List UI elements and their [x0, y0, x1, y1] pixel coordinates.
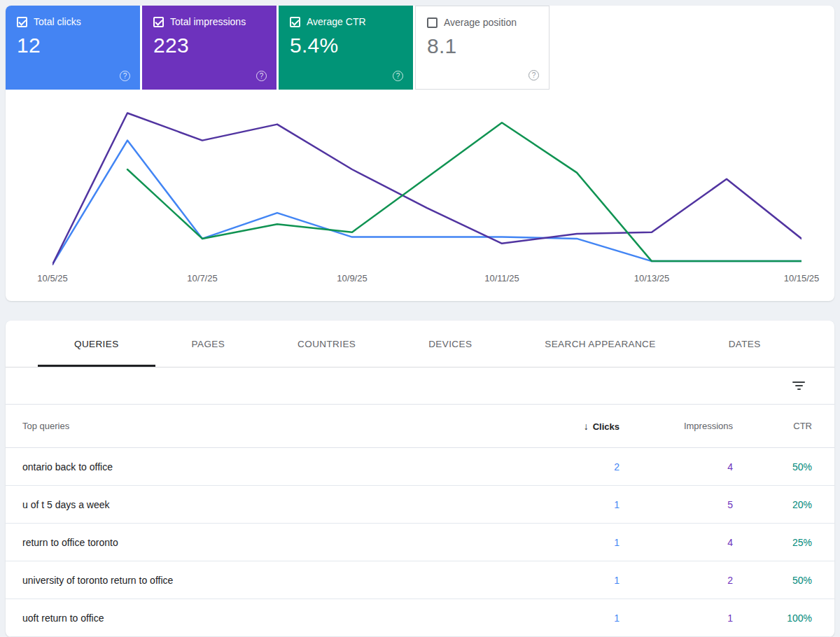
- checkbox-checked-icon: [17, 17, 27, 27]
- metric-label: Average position: [444, 17, 517, 28]
- query-cell: uoft return to office: [22, 612, 507, 624]
- performance-chart: 10/5/25 10/7/25 10/9/25 10/11/25 10/13/2…: [52, 105, 802, 287]
- clicks-cell: 1: [507, 499, 620, 510]
- query-cell: return to office toronto: [22, 537, 507, 548]
- chart-canvas: [52, 105, 802, 266]
- ctr-cell: 50%: [733, 575, 812, 586]
- clicks-cell: 1: [507, 612, 620, 624]
- ctr-cell: 50%: [733, 461, 812, 472]
- metric-label: Total impressions: [170, 16, 246, 27]
- details-panel: QUERIES PAGES COUNTRIES DEVICES SEARCH A…: [6, 321, 834, 637]
- tab-pages[interactable]: PAGES: [155, 321, 262, 367]
- metric-value: 223: [153, 34, 265, 57]
- metric-card-average-ctr[interactable]: Average CTR 5.4% ?: [279, 6, 413, 90]
- clicks-cell: 1: [507, 575, 620, 586]
- help-icon[interactable]: ?: [120, 71, 130, 81]
- filter-list-icon[interactable]: [790, 379, 808, 393]
- table-row[interactable]: university of toronto return to office 1…: [6, 561, 834, 599]
- sort-descending-icon: ↓: [584, 421, 589, 432]
- tab-devices[interactable]: DEVICES: [392, 321, 508, 367]
- impressions-cell: 5: [620, 499, 733, 510]
- metric-card-total-clicks[interactable]: Total clicks 12 ?: [6, 6, 140, 90]
- impressions-cell: 2: [620, 575, 733, 586]
- x-axis-label: 10/13/25: [634, 273, 670, 284]
- table-row[interactable]: return to office toronto 1 4 25%: [6, 524, 834, 561]
- table-row[interactable]: ontario back to office 2 4 50%: [6, 448, 834, 486]
- clicks-cell: 1: [507, 537, 620, 548]
- impressions-cell: 4: [620, 461, 733, 472]
- ctr-cell: 25%: [733, 537, 812, 548]
- table-row[interactable]: uoft return to office 1 1 100%: [6, 599, 834, 637]
- performance-panel: Total clicks 12 ? Total impressions 223 …: [6, 6, 834, 301]
- impressions-cell: 4: [620, 537, 733, 548]
- table-row[interactable]: u of t 5 days a week 1 5 20%: [6, 486, 834, 524]
- tab-countries[interactable]: COUNTRIES: [261, 321, 392, 367]
- metric-value: 12: [17, 34, 129, 57]
- metric-value: 5.4%: [290, 34, 402, 57]
- column-header-top-queries: Top queries: [22, 421, 507, 431]
- ctr-cell: 20%: [733, 499, 812, 510]
- help-icon[interactable]: ?: [256, 71, 267, 81]
- column-header-impressions[interactable]: Impressions: [620, 421, 733, 431]
- ctr-cell: 100%: [733, 612, 812, 624]
- table-header-row: Top queries ↓Clicks Impressions CTR: [6, 405, 834, 448]
- tab-search-appearance[interactable]: SEARCH APPEARANCE: [508, 321, 692, 367]
- table-toolbar: [6, 368, 834, 405]
- x-axis-label: 10/5/25: [37, 273, 67, 284]
- metric-label: Total clicks: [34, 16, 81, 27]
- column-header-ctr[interactable]: CTR: [733, 421, 812, 431]
- help-icon[interactable]: ?: [528, 70, 539, 80]
- metric-label: Average CTR: [307, 16, 366, 27]
- query-cell: u of t 5 days a week: [22, 499, 507, 510]
- checkbox-unchecked-icon: [427, 18, 438, 28]
- impressions-cell: 1: [620, 612, 733, 624]
- chart-line-average-ctr: [127, 122, 802, 261]
- chart-line-total-clicks: [52, 141, 802, 265]
- checkbox-checked-icon: [290, 17, 300, 27]
- checkbox-checked-icon: [153, 17, 164, 27]
- metric-value: 8.1: [427, 34, 538, 58]
- help-icon[interactable]: ?: [393, 71, 403, 81]
- x-axis-label: 10/7/25: [187, 273, 217, 284]
- chart-x-axis: 10/5/25 10/7/25 10/9/25 10/11/25 10/13/2…: [52, 273, 802, 287]
- query-cell: ontario back to office: [22, 461, 507, 472]
- x-axis-label: 10/15/25: [784, 273, 820, 284]
- tab-dates[interactable]: DATES: [692, 321, 797, 367]
- query-cell: university of toronto return to office: [22, 575, 507, 586]
- x-axis-label: 10/9/25: [337, 273, 367, 284]
- column-header-clicks[interactable]: ↓Clicks: [507, 421, 620, 432]
- dimension-tabs: QUERIES PAGES COUNTRIES DEVICES SEARCH A…: [6, 321, 834, 368]
- metric-cards: Total clicks 12 ? Total impressions 223 …: [6, 6, 834, 90]
- metric-card-average-position[interactable]: Average position 8.1 ?: [415, 6, 550, 90]
- metric-card-total-impressions[interactable]: Total impressions 223 ?: [142, 6, 276, 90]
- x-axis-label: 10/11/25: [484, 273, 519, 284]
- clicks-cell: 2: [507, 461, 620, 472]
- tab-queries[interactable]: QUERIES: [38, 321, 155, 367]
